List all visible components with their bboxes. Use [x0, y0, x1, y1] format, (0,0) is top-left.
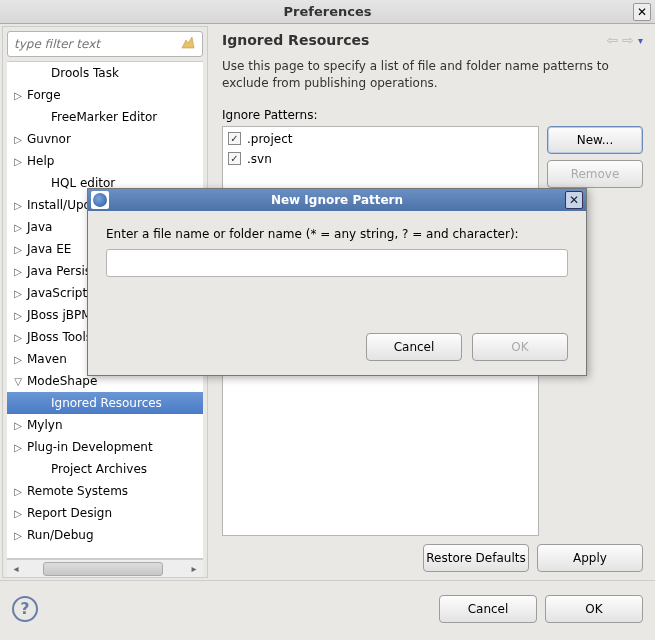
nav-back-icon[interactable]: ⇦	[607, 32, 619, 48]
tree-item-hql[interactable]: HQL editor	[7, 172, 203, 194]
expand-icon[interactable]: ▷	[11, 90, 25, 101]
main-content: Drools Task ▷Forge FreeMarker Editor ▷Gu…	[0, 24, 655, 580]
ok-button[interactable]: OK	[545, 595, 643, 623]
apply-button[interactable]: Apply	[537, 544, 643, 572]
expand-icon[interactable]: ▷	[11, 244, 25, 255]
checkbox-checked-icon[interactable]: ✓	[228, 132, 241, 145]
expand-icon[interactable]: ▷	[11, 222, 25, 233]
tree-item-ignored-resources[interactable]: Ignored Resources	[7, 392, 203, 414]
expand-icon[interactable]: ▷	[11, 332, 25, 343]
scroll-right-icon[interactable]: ▸	[185, 563, 203, 574]
tree-horizontal-scrollbar[interactable]: ◂ ▸	[7, 559, 203, 577]
pattern-text: .project	[247, 132, 292, 146]
tree-item-java-ee[interactable]: ▷Java EE	[7, 238, 203, 260]
tree-item-guvnor[interactable]: ▷Guvnor	[7, 128, 203, 150]
collapse-icon[interactable]: ▽	[11, 376, 25, 387]
tree-item-report-design[interactable]: ▷Report Design	[7, 502, 203, 524]
clear-filter-icon[interactable]	[179, 34, 199, 54]
footer: ? Cancel OK	[0, 580, 655, 636]
tree-item-jboss-tools[interactable]: ▷JBoss Tools	[7, 326, 203, 348]
tree-item-forge[interactable]: ▷Forge	[7, 84, 203, 106]
filter-wrap	[3, 27, 207, 61]
restore-defaults-button[interactable]: Restore Defaults	[423, 544, 529, 572]
expand-icon[interactable]: ▷	[11, 266, 25, 277]
new-pattern-button[interactable]: New...	[547, 126, 643, 154]
window-close-button[interactable]: ✕	[633, 3, 651, 21]
tree-item-project-archives[interactable]: Project Archives	[7, 458, 203, 480]
cancel-button[interactable]: Cancel	[439, 595, 537, 623]
expand-icon[interactable]: ▷	[11, 508, 25, 519]
patterns-row: ✓ .project ✓ .svn New... Remove	[222, 126, 643, 536]
tree-item-plugin-dev[interactable]: ▷Plug-in Development	[7, 436, 203, 458]
expand-icon[interactable]: ▷	[11, 354, 25, 365]
tree-inner: Drools Task ▷Forge FreeMarker Editor ▷Gu…	[7, 62, 203, 558]
tree-panel: Drools Task ▷Forge FreeMarker Editor ▷Gu…	[2, 26, 208, 578]
expand-icon[interactable]: ▷	[11, 134, 25, 145]
section-bottom-buttons: Restore Defaults Apply	[222, 544, 643, 572]
patterns-list[interactable]: ✓ .project ✓ .svn	[222, 126, 539, 536]
footer-buttons: Cancel OK	[439, 595, 643, 623]
scrollbar-thumb[interactable]	[43, 562, 163, 576]
filter-input[interactable]	[7, 31, 203, 57]
tree-item-run-debug[interactable]: ▷Run/Debug	[7, 524, 203, 546]
tree-item-help[interactable]: ▷Help	[7, 150, 203, 172]
expand-icon[interactable]: ▷	[11, 200, 25, 211]
help-icon[interactable]: ?	[12, 596, 38, 622]
tree-item-install-update[interactable]: ▷Install/Update	[7, 194, 203, 216]
details-panel: Ignored Resources ⇦ ⇨ ▾ Use this page to…	[208, 26, 653, 578]
pattern-text: .svn	[247, 152, 272, 166]
tree-item-javascript[interactable]: ▷JavaScript	[7, 282, 203, 304]
nav-menu-icon[interactable]: ▾	[638, 35, 643, 46]
nav-arrows: ⇦ ⇨ ▾	[607, 32, 644, 48]
expand-icon[interactable]: ▷	[11, 310, 25, 321]
tree-item-maven[interactable]: ▷Maven	[7, 348, 203, 370]
expand-icon[interactable]: ▷	[11, 486, 25, 497]
remove-pattern-button[interactable]: Remove	[547, 160, 643, 188]
expand-icon[interactable]: ▷	[11, 156, 25, 167]
preferences-tree[interactable]: Drools Task ▷Forge FreeMarker Editor ▷Gu…	[7, 61, 203, 559]
scroll-left-icon[interactable]: ◂	[7, 563, 25, 574]
tree-item-java-persistence[interactable]: ▷Java Persistence	[7, 260, 203, 282]
section-title: Ignored Resources	[222, 32, 369, 48]
side-buttons: New... Remove	[547, 126, 643, 536]
checkbox-checked-icon[interactable]: ✓	[228, 152, 241, 165]
tree-item-modeshape[interactable]: ▽ModeShape	[7, 370, 203, 392]
tree-item-remote-systems[interactable]: ▷Remote Systems	[7, 480, 203, 502]
expand-icon[interactable]: ▷	[11, 442, 25, 453]
window-title: Preferences	[284, 4, 372, 19]
list-item[interactable]: ✓ .svn	[225, 149, 536, 169]
tree-item-drools-task[interactable]: Drools Task	[7, 62, 203, 84]
section-header: Ignored Resources ⇦ ⇨ ▾	[222, 32, 643, 48]
expand-icon[interactable]: ▷	[11, 288, 25, 299]
patterns-label: Ignore Patterns:	[222, 108, 643, 122]
tree-item-freemarker[interactable]: FreeMarker Editor	[7, 106, 203, 128]
section-description: Use this page to specify a list of file …	[222, 58, 643, 92]
tree-item-java[interactable]: ▷Java	[7, 216, 203, 238]
list-item[interactable]: ✓ .project	[225, 129, 536, 149]
tree-item-mylyn[interactable]: ▷Mylyn	[7, 414, 203, 436]
tree-item-jboss-jbpm[interactable]: ▷JBoss jBPM	[7, 304, 203, 326]
window-titlebar: Preferences ✕	[0, 0, 655, 24]
close-icon: ✕	[637, 5, 647, 19]
expand-icon[interactable]: ▷	[11, 530, 25, 541]
nav-forward-icon[interactable]: ⇨	[622, 32, 634, 48]
expand-icon[interactable]: ▷	[11, 420, 25, 431]
